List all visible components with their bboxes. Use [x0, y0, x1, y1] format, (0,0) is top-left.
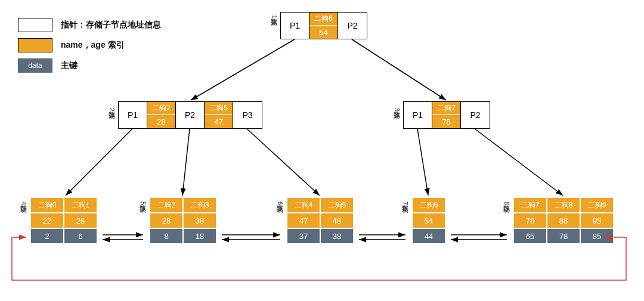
l5c1-age: 38	[183, 213, 216, 228]
l8c2-pk: 85	[580, 228, 614, 244]
midr-key1-name: 二狗7	[432, 102, 460, 115]
l6c0-pk: 37	[287, 228, 320, 244]
midr-key1: 二狗7 78	[432, 102, 461, 128]
svg-line-1	[352, 39, 446, 100]
l8c2-name: 二狗9	[580, 197, 614, 213]
caption-block2: 数据块2	[107, 106, 116, 112]
svg-line-2	[66, 129, 132, 196]
l6c1-pk: 38	[320, 228, 354, 244]
midr-key1-age: 78	[432, 115, 460, 128]
legend-index-label: name，age 索引	[61, 40, 125, 51]
midr-p2: P2	[461, 102, 490, 128]
l7c0-age: 54	[412, 213, 445, 228]
l5c0-age: 28	[150, 213, 183, 228]
root-p2: P2	[338, 13, 367, 39]
svg-line-5	[417, 129, 428, 196]
swatch-pointer	[18, 18, 52, 32]
l6c0-age: 47	[287, 213, 320, 228]
l8c0-pk: 65	[513, 228, 547, 244]
midl-key1: 二狗2 28	[147, 102, 176, 128]
l5c0-pk: 8	[150, 228, 183, 244]
l8c0-age: 78	[513, 213, 547, 228]
caption-block4: 数据块4	[19, 200, 28, 206]
svg-line-4	[247, 129, 320, 196]
l6c1-name: 二狗5	[320, 197, 354, 213]
swatch-index	[18, 38, 52, 52]
leaf-6: 二狗44737 二狗54838	[286, 197, 354, 244]
l8c1-name: 二狗8	[547, 197, 580, 213]
root-key1: 二狗6 54	[309, 13, 338, 39]
leaf-5: 二狗2288 二狗33818	[149, 197, 217, 244]
midl-key2-name: 二狗5	[205, 102, 233, 115]
caption-block5: 数据块5	[138, 200, 147, 206]
l4c0-age: 22	[30, 213, 64, 228]
midl-key2-age: 47	[205, 115, 233, 128]
l4c1-name: 二狗1	[64, 197, 97, 213]
l8c1-pk: 78	[547, 228, 580, 244]
l4c0-pk: 2	[30, 228, 64, 244]
l8c1-age: 88	[547, 213, 580, 228]
svg-line-6	[475, 129, 563, 196]
l4c1-pk: 6	[64, 228, 97, 244]
l6c0-name: 二狗4	[287, 197, 320, 213]
l5c1-name: 二狗3	[183, 197, 216, 213]
caption-block8: 数据块8	[502, 200, 511, 206]
l5c1-pk: 18	[183, 228, 216, 244]
caption-block1: 数据块1	[270, 13, 278, 19]
legend-pointer-label: 指针：存储子节点地址信息	[61, 20, 161, 30]
svg-line-0	[191, 39, 295, 100]
midr-p1: P1	[404, 102, 432, 128]
caption-block6: 数据块6	[275, 200, 284, 206]
leaf-7: 二狗65444	[411, 197, 446, 244]
leaf-4: 二狗0222 二狗1266	[30, 197, 98, 244]
root-key1-name: 二狗6	[309, 13, 338, 26]
l7c0-name: 二狗6	[412, 197, 445, 213]
midl-p3: P3	[233, 102, 262, 128]
midl-key1-name: 二狗2	[147, 102, 175, 115]
root-key1-age: 54	[309, 26, 338, 39]
root-p1: P1	[281, 13, 309, 39]
midl-key2: 二狗5 47	[205, 102, 233, 128]
legend-row-pointer: 指针：存储子节点地址信息	[18, 18, 161, 32]
caption-block3: 数据块3	[392, 106, 401, 112]
svg-line-3	[182, 129, 190, 196]
l7c0-pk: 44	[412, 228, 445, 244]
caption-block7: 数据块7	[401, 200, 410, 206]
leaf-8: 二狗77865 二狗88878 二狗99585	[513, 197, 614, 244]
node-root: P1 二狗6 54 P2	[280, 12, 367, 39]
midl-p2: P2	[176, 102, 205, 128]
legend-pk-label: 主键	[61, 60, 78, 71]
legend-row-index: name，age 索引	[18, 38, 161, 52]
l4c0-name: 二狗0	[30, 197, 64, 213]
node-mid-left: P1 二狗2 28 P2 二狗5 47 P3	[118, 101, 262, 129]
l6c1-age: 48	[320, 213, 354, 228]
node-mid-right: P1 二狗7 78 P2	[403, 101, 490, 129]
legend-row-pk: data 主键	[18, 58, 161, 73]
l8c2-age: 95	[580, 213, 614, 228]
l8c0-name: 二狗7	[513, 197, 547, 213]
legend: 指针：存储子节点地址信息 name，age 索引 data 主键	[18, 18, 161, 79]
swatch-data: data	[18, 58, 52, 73]
l5c0-name: 二狗2	[150, 197, 183, 213]
midl-p1: P1	[119, 102, 147, 128]
l4c1-age: 26	[64, 213, 97, 228]
midl-key1-age: 28	[147, 115, 175, 128]
